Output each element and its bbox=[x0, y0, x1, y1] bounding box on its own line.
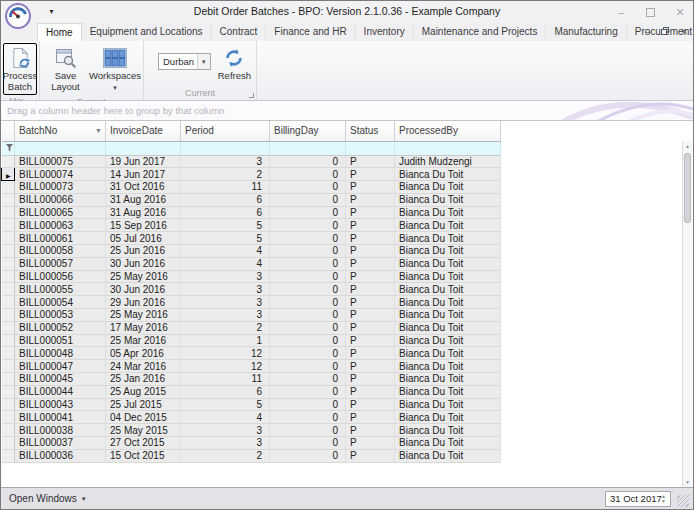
auto-filter-cell-batchno[interactable] bbox=[15, 141, 106, 155]
cell-billingday[interactable]: 0 bbox=[270, 181, 346, 194]
cell-status[interactable]: P bbox=[346, 245, 395, 258]
column-filter-dropdown-icon[interactable]: ▼ bbox=[95, 127, 102, 134]
cell-period[interactable]: 12 bbox=[181, 347, 270, 360]
row-indicator[interactable] bbox=[2, 181, 15, 194]
row-indicator[interactable] bbox=[2, 360, 15, 373]
branch-combobox[interactable]: Durban ▼ bbox=[158, 53, 211, 70]
date-spinner[interactable]: ▲▼ bbox=[658, 492, 669, 506]
cell-period[interactable]: 6 bbox=[181, 385, 270, 398]
open-windows-button[interactable]: Open Windows ▼ bbox=[9, 493, 87, 504]
table-row[interactable]: BILL00003727 Oct 201530PBianca Du Toit bbox=[2, 437, 501, 450]
cell-batchno[interactable]: BILL000051 bbox=[15, 334, 106, 347]
cell-invoicedate[interactable]: 05 Jul 2016 bbox=[106, 232, 181, 245]
cell-period[interactable]: 2 bbox=[181, 168, 270, 181]
minimize-button[interactable]: – bbox=[614, 7, 628, 18]
cell-processedby[interactable]: Bianca Du Toit bbox=[395, 449, 501, 462]
table-row[interactable]: BILL00004425 Aug 201560PBianca Du Toit bbox=[2, 385, 501, 398]
cell-period[interactable]: 3 bbox=[181, 283, 270, 296]
cell-billingday[interactable]: 0 bbox=[270, 283, 346, 296]
cell-period[interactable]: 6 bbox=[181, 193, 270, 206]
row-indicator[interactable] bbox=[2, 219, 15, 232]
cell-batchno[interactable]: BILL000041 bbox=[15, 411, 106, 424]
cell-invoicedate[interactable]: 27 Oct 2015 bbox=[106, 437, 181, 450]
table-row[interactable]: BILL00005125 Mar 201610PBianca Du Toit bbox=[2, 334, 501, 347]
cell-billingday[interactable]: 0 bbox=[270, 296, 346, 309]
row-indicator[interactable] bbox=[2, 155, 15, 168]
cell-processedby[interactable]: Bianca Du Toit bbox=[395, 424, 501, 437]
table-row[interactable]: BILL00004325 Jul 201550PBianca Du Toit bbox=[2, 398, 501, 411]
table-row[interactable]: BILL00005429 Jun 201630PBianca Du Toit bbox=[2, 296, 501, 309]
cell-invoicedate[interactable]: 25 May 2016 bbox=[106, 309, 181, 322]
cell-invoicedate[interactable]: 31 Aug 2016 bbox=[106, 206, 181, 219]
column-header-period[interactable]: Period bbox=[181, 121, 270, 141]
cell-status[interactable]: P bbox=[346, 283, 395, 296]
cell-period[interactable]: 3 bbox=[181, 309, 270, 322]
cell-status[interactable]: P bbox=[346, 373, 395, 386]
auto-filter-cell-status[interactable] bbox=[346, 141, 395, 155]
cell-status[interactable]: P bbox=[346, 437, 395, 450]
cell-status[interactable]: P bbox=[346, 155, 395, 168]
cell-invoicedate[interactable]: 25 Jan 2016 bbox=[106, 373, 181, 386]
row-indicator[interactable] bbox=[2, 334, 15, 347]
table-row[interactable]: BILL00006315 Sep 201650PBianca Du Toit bbox=[2, 219, 501, 232]
process-batch-button[interactable]: Process Batch bbox=[3, 43, 37, 95]
cell-processedby[interactable]: Bianca Du Toit bbox=[395, 245, 501, 258]
cell-period[interactable]: 2 bbox=[181, 321, 270, 334]
row-indicator[interactable] bbox=[2, 257, 15, 270]
cell-status[interactable]: P bbox=[346, 270, 395, 283]
save-layout-button[interactable]: Save Layout bbox=[42, 43, 89, 95]
cell-invoicedate[interactable]: 15 Sep 2016 bbox=[106, 219, 181, 232]
row-indicator[interactable] bbox=[2, 437, 15, 450]
table-row[interactable]: BILL00006105 Jul 201650PBianca Du Toit bbox=[2, 232, 501, 245]
table-row[interactable]: BILL00004724 Mar 2016120PBianca Du Toit bbox=[2, 360, 501, 373]
row-indicator[interactable] bbox=[2, 309, 15, 322]
row-indicator[interactable] bbox=[2, 347, 15, 360]
cell-billingday[interactable]: 0 bbox=[270, 232, 346, 245]
cell-processedby[interactable]: Bianca Du Toit bbox=[395, 321, 501, 334]
cell-invoicedate[interactable]: 30 Jun 2016 bbox=[106, 257, 181, 270]
cell-processedby[interactable]: Bianca Du Toit bbox=[395, 270, 501, 283]
cell-status[interactable]: P bbox=[346, 411, 395, 424]
cell-processedby[interactable]: Bianca Du Toit bbox=[395, 411, 501, 424]
chevron-down-icon[interactable]: ▼ bbox=[197, 54, 210, 69]
cell-invoicedate[interactable]: 19 Jun 2017 bbox=[106, 155, 181, 168]
cell-status[interactable]: P bbox=[346, 296, 395, 309]
cell-processedby[interactable]: Bianca Du Toit bbox=[395, 309, 501, 322]
app-logo-icon[interactable] bbox=[5, 3, 31, 29]
cell-period[interactable]: 3 bbox=[181, 437, 270, 450]
cell-period[interactable]: 3 bbox=[181, 296, 270, 309]
cell-processedby[interactable]: Bianca Du Toit bbox=[395, 206, 501, 219]
cell-batchno[interactable]: BILL000066 bbox=[15, 193, 106, 206]
cell-invoicedate[interactable]: 25 Mar 2016 bbox=[106, 334, 181, 347]
cell-batchno[interactable]: BILL000045 bbox=[15, 373, 106, 386]
cell-period[interactable]: 5 bbox=[181, 219, 270, 232]
cell-period[interactable]: 5 bbox=[181, 232, 270, 245]
row-indicator[interactable]: ▶ bbox=[2, 168, 15, 181]
cell-batchno[interactable]: BILL000057 bbox=[15, 257, 106, 270]
row-indicator[interactable] bbox=[2, 232, 15, 245]
cell-period[interactable]: 5 bbox=[181, 398, 270, 411]
row-indicator[interactable] bbox=[2, 206, 15, 219]
cell-batchno[interactable]: BILL000038 bbox=[15, 424, 106, 437]
cell-invoicedate[interactable]: 17 May 2016 bbox=[106, 321, 181, 334]
workspaces-button[interactable]: Workspaces ▼ bbox=[89, 43, 141, 96]
cell-status[interactable]: P bbox=[346, 321, 395, 334]
column-header-processedby[interactable]: ProcessedBy bbox=[395, 121, 501, 141]
row-indicator[interactable] bbox=[2, 398, 15, 411]
auto-filter-cell-billingday[interactable] bbox=[270, 141, 346, 155]
cell-period[interactable]: 12 bbox=[181, 360, 270, 373]
tab-contract[interactable]: Contract bbox=[212, 23, 267, 41]
cell-period[interactable]: 2 bbox=[181, 449, 270, 462]
cell-batchno[interactable]: BILL000061 bbox=[15, 232, 106, 245]
table-row[interactable]: BILL00004104 Dec 201540PBianca Du Toit bbox=[2, 411, 501, 424]
table-row[interactable]: BILL00005217 May 201620PBianca Du Toit bbox=[2, 321, 501, 334]
row-indicator[interactable] bbox=[2, 245, 15, 258]
cell-period[interactable]: 6 bbox=[181, 206, 270, 219]
cell-batchno[interactable]: BILL000074 bbox=[15, 168, 106, 181]
cell-processedby[interactable]: Bianca Du Toit bbox=[395, 283, 501, 296]
table-row[interactable]: BILL00005325 May 201630PBianca Du Toit bbox=[2, 309, 501, 322]
cell-processedby[interactable]: Bianca Du Toit bbox=[395, 398, 501, 411]
tab-finance-and-hr[interactable]: Finance and HR bbox=[266, 23, 355, 41]
column-header-batchno[interactable]: BatchNo▼ bbox=[15, 121, 106, 141]
row-indicator[interactable] bbox=[2, 385, 15, 398]
